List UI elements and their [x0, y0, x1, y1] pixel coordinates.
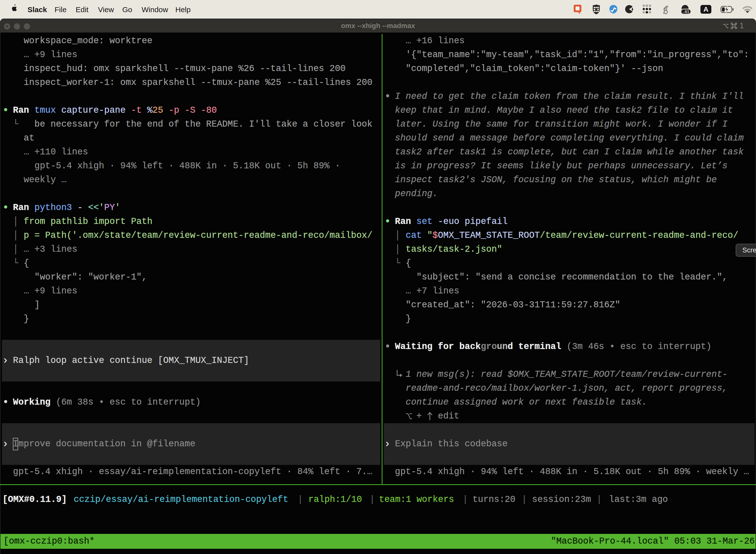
- svg-text:..61: ..61: [683, 9, 690, 14]
